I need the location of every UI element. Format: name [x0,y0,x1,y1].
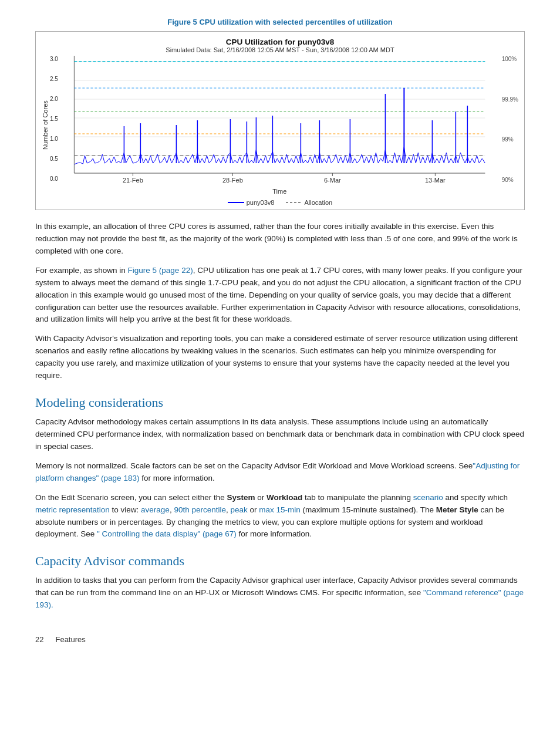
body-para-3: With Capacity Advisor's visualization an… [35,333,525,382]
mod-para-3: On the Edit Scenario screen, you can sel… [35,492,525,541]
chart-title: CPU Utilization for puny03v8 [42,38,518,46]
x-axis-label: Time [59,188,500,195]
mod3-text5: to view: [110,505,141,514]
cmd-para-1: In addition to tasks that you can perfor… [35,575,525,612]
page-number: 22 [35,635,43,644]
peak-link[interactable]: peak [230,505,247,514]
section-heading-modeling: Modeling considerations [35,395,525,410]
mod-para-2: Memory is not normalized. Scale factors … [35,460,525,485]
mod3-text9: (maximum 15-minute sustained). The [301,505,436,514]
legend-label-allocation: Allocation [305,199,333,206]
mod3-text4: and specify which [443,493,508,502]
mod3-text3: tab to manipulate the planning [302,493,413,502]
svg-text:21-Feb: 21-Feb [123,177,143,184]
mod-para-1: Capacity Advisor methodology makes certa… [35,416,525,453]
svg-text:13-Mar: 13-Mar [425,177,446,184]
average-link[interactable]: average [141,505,170,514]
footer-section-label: Features [55,635,85,644]
body-para-2: For example, as shown in Figure 5 (page … [35,265,525,326]
mod3-text1: On the Edit Scenario screen, you can sel… [35,493,227,502]
svg-text:28-Feb: 28-Feb [222,177,243,184]
y-tick-10: 1.0 [50,136,58,142]
mod3-text11: for more information. [237,529,312,538]
right-percentile-labels: 100% 99.9% 99% 90% [500,56,518,195]
legend-item-allocation: Allocation [286,199,333,206]
page-footer: 22 Features [35,635,525,644]
pct-100: 100% [502,56,518,62]
y-tick-20: 2.0 [50,96,58,102]
mod2-text2: for more information. [139,474,214,482]
scenario-link[interactable]: scenario [413,493,443,502]
pct-90: 90% [502,177,518,183]
metric-representation-link[interactable]: metric representation [35,505,110,514]
max15min-link[interactable]: max 15-min [259,505,301,514]
y-tick-00: 0.0 [50,175,58,182]
mod3-text8: or [248,505,259,514]
y-tick-15: 1.5 [50,116,58,122]
mod3-bold-system: System [227,493,255,502]
mod3-bold-workload: Workload [266,493,302,502]
mod3-bold-meter: Meter Style [436,505,478,514]
y-tick-05: 0.5 [50,156,58,162]
chart-legend: puny03v8 Allocation [42,197,518,206]
y-tick-30: 3.0 [50,56,58,62]
legend-solid-line [228,202,244,203]
mod2-text1: Memory is not normalized. Scale factors … [35,461,473,470]
legend-dashed-line [286,202,302,203]
figure5-link[interactable]: Figure 5 (page 22) [128,266,193,275]
chart-plot-area: 21-Feb 28-Feb 6-Mar 13-Mar Time [59,56,500,195]
section-heading-commands: Capacity Advisor commands [35,553,525,569]
pct-99: 99% [502,136,518,143]
svg-text:6-Mar: 6-Mar [324,177,341,184]
y-tick-25: 2.5 [50,76,58,82]
y-axis-label: Number of Cores [42,56,49,195]
controlling-data-display-link[interactable]: " Controlling the data display" (page 67… [97,529,237,538]
legend-label-puny03v8: puny03v8 [247,199,275,206]
pct-999: 99.9% [502,96,518,103]
chart-area: Number of Cores 3.0 2.5 2.0 1.5 1.0 0.5 … [42,56,518,195]
chart-container: CPU Utilization for puny03v8 Simulated D… [35,31,525,210]
figure-caption: Figure 5 CPU utilization with selected p… [35,18,525,26]
para2-text1: For example, as shown in [35,266,128,275]
chart-subtitle: Simulated Data: Sat, 2/16/2008 12:05 AM … [42,46,518,53]
body-para-1: In this example, an allocation of three … [35,221,525,258]
90th-percentile-link[interactable]: 90th percentile [174,505,226,514]
chart-svg: 21-Feb 28-Feb 6-Mar 13-Mar [59,56,500,185]
legend-item-puny03v8: puny03v8 [228,199,275,206]
mod3-text2: or [255,493,266,502]
